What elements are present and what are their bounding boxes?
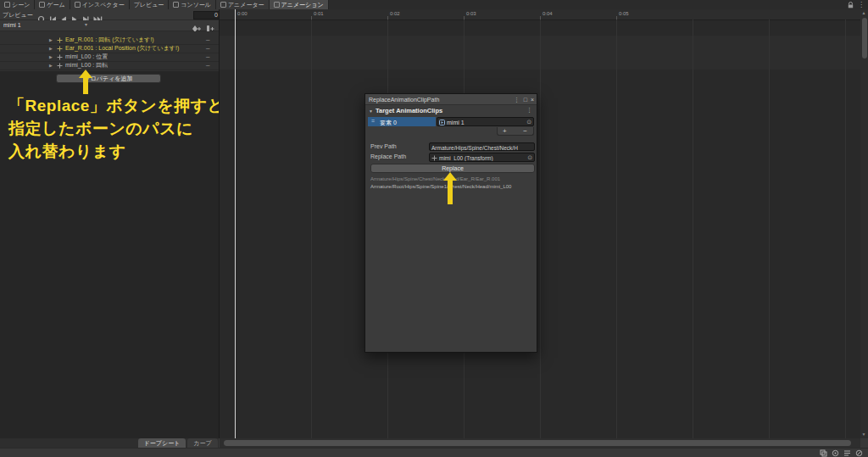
ruler-tick [311,16,312,20]
object-picker-icon[interactable]: ⊙ [527,154,532,161]
property-menu-icon[interactable]: – [206,61,209,70]
annotation-line: 入れ替わります [8,141,126,163]
result-path-old: Armature/Hips/Spine/Chest/Neck/Head/Ear_… [370,176,500,181]
disclosure-icon[interactable]: ▶ [49,46,53,51]
animation-clip-icon [439,120,445,125]
tab-console[interactable]: コンソール [169,0,216,9]
gridline [769,20,770,438]
status-icon[interactable] [832,449,839,457]
unity-animation-window: シーン ゲーム インスペクター プレビュー コンソール アニメーター アニメーシ… [0,0,868,457]
property-label: Ear_R.001 : Local Position (欠けています!) [65,45,179,52]
tab-curves[interactable]: カーブ [187,438,218,448]
dopesheet-area[interactable]: 0:00 0:01 0:02 0:03 0:04 0:05 [220,9,860,438]
gridline [540,20,541,438]
element-value: mimi 1 [447,120,465,125]
tab-animation[interactable]: アニメーション [270,0,329,9]
section-header[interactable]: Target AnimationClips [376,107,442,114]
status-icons [820,449,863,457]
animator-icon [220,2,226,8]
drag-handle-icon[interactable]: = [371,118,375,124]
ruler-label: 0:02 [390,11,400,16]
disclosure-icon[interactable]: ▶ [49,63,53,68]
tab-animator[interactable]: アニメーター [216,0,270,9]
element-label: 要素 0 [380,119,397,127]
add-property-button[interactable]: プロパティを追加 [56,74,161,83]
replace-path-value: mimi_L00 (Transform) [439,155,493,161]
replace-animation-clip-path-window: ReplaceAnimationClipPath ⋮ □ × ▼ Target … [364,93,537,353]
tab-game[interactable]: ゲーム [35,0,70,9]
maximize-icon[interactable]: □ [524,96,527,103]
lock-icon[interactable] [848,2,854,8]
transform-icon [57,46,63,52]
ruler-tick [387,16,388,20]
preview-toggle-button[interactable]: プレビュー [3,11,33,20]
ruler-label: 0:03 [466,11,476,16]
property-menu-icon[interactable]: – [206,53,209,61]
disclosure-icon[interactable]: ▶ [49,37,53,42]
ruler-label: 0:04 [542,11,553,16]
property-label: mimi_L00 : 回転 [65,62,108,69]
dialog-title-bar[interactable]: ReplaceAnimationClipPath ⋮ □ × [365,94,537,105]
disclosure-icon[interactable]: ▶ [49,54,53,59]
animation-icon [274,2,280,8]
vertical-scrollbar-thumb[interactable] [862,18,867,59]
annotation-line: 「Replace」ボタンを押すと [8,95,225,117]
window-menu-icon[interactable]: ⋮ [858,1,865,8]
tab-label: コンソール [181,1,211,9]
property-menu-icon[interactable]: – [206,44,209,53]
status-icon[interactable] [855,449,863,457]
annotation-line: 指定したボーンのパスに [8,118,193,140]
tab-dopesheet[interactable]: ドープシート [138,438,186,448]
horizontal-scrollbar-thumb[interactable] [224,440,851,446]
clip-selector[interactable]: mimi 1 [3,22,21,28]
tab-label: インスペクター [82,1,125,9]
status-icon[interactable] [820,449,827,457]
clip-row: mimi 1 ▾ [0,20,219,31]
object-picker-icon[interactable]: ⊙ [526,119,531,125]
clip-dropdown-caret-icon[interactable]: ▾ [85,21,87,27]
dialog-menu-icon[interactable]: ⋮ [514,96,520,103]
add-element-button[interactable]: + [503,127,507,135]
vertical-scrollbar[interactable]: ▲ ▼ [860,9,868,438]
yellow-arrow-up-icon [442,172,458,204]
section-menu-icon[interactable]: ⋮ [526,107,532,114]
transform-icon [57,63,63,69]
yellow-arrow-up-icon [78,70,93,94]
status-icon[interactable] [843,449,851,457]
tab-label: アニメーション [281,1,324,9]
foldout-icon[interactable]: ▼ [369,109,373,114]
property-panel: ▶ Ear_R.001 : 回転 (欠けています!) – ▶ Ear_R.001… [0,31,219,438]
property-menu-icon[interactable]: – [206,36,209,44]
property-label: mimi_L00 : 位置 [65,53,108,60]
replace-path-object-field[interactable]: mimi_L00 (Transform) ⊙ [429,153,535,162]
tab-preview[interactable]: プレビュー [130,0,170,9]
frame-number-field[interactable]: 0 [193,11,220,20]
tab-label: ゲーム [47,1,64,9]
property-label: Ear_R.001 : 回転 (欠けています!) [65,36,154,43]
element-row-label[interactable]: = 要素 0 [368,117,436,126]
scroll-down-icon[interactable]: ▼ [862,432,866,437]
tab-scene[interactable]: シーン [0,0,35,9]
tab-label: アニメーター [228,1,264,9]
close-icon[interactable]: × [531,96,534,103]
scene-icon [4,2,10,8]
dialog-title: ReplaceAnimationClipPath [369,97,439,103]
transform-icon [431,155,437,161]
panel-footer [0,438,219,448]
gridline [311,20,312,438]
playhead[interactable] [235,9,236,438]
transform-icon [57,37,63,43]
prev-path-field[interactable]: Armature/Hips/Spine/Chest/Neck/H [429,142,535,151]
scroll-up-icon[interactable]: ▲ [862,11,866,15]
remove-element-button[interactable]: − [523,127,527,135]
horizontal-scrollbar[interactable] [220,438,860,448]
result-path-new: Armature/Root/Hips/Spine/Spine1/Chest/Ne… [370,184,511,189]
animation-toolbar: プレビュー [0,9,219,20]
gridline [845,20,846,438]
element-object-field[interactable]: mimi 1 ⊙ [437,117,534,126]
property-row[interactable]: ▶ mimi_L00 : 回転 – [0,61,219,70]
tab-label: プレビュー [134,1,164,9]
console-icon [173,2,179,8]
ruler-tick [616,16,617,20]
tab-inspector[interactable]: インスペクター [70,0,130,9]
